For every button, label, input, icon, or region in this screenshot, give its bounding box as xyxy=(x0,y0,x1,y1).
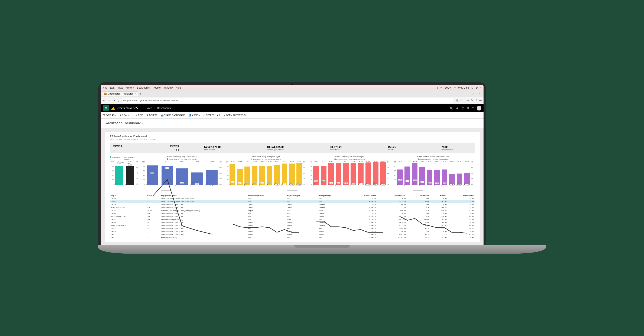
browser-tab[interactable]: Dashboards: Realization × xyxy=(102,91,138,96)
slider-handle-left[interactable] xyxy=(113,149,115,151)
date-slider[interactable] xyxy=(113,149,179,151)
collections-icon[interactable]: ≡ xyxy=(467,99,469,102)
save-as-button[interactable]: 🖫 SAVE AS ▾ xyxy=(103,114,116,116)
column-header[interactable]: Responsible Partner xyxy=(247,194,286,197)
kpi-label: Total Hours xyxy=(330,149,342,151)
chart-card[interactable]: Realization % by Responsible PartnerReal… xyxy=(392,155,474,189)
mac-menu-item[interactable]: Bookmarks xyxy=(137,86,150,89)
table-row[interactable]: PALMJ6184211700166Tax Compliance (12/31/… xyxy=(110,215,474,218)
window-minimize-icon[interactable]: — xyxy=(466,92,471,96)
open-powerbi-button[interactable]: ↗ OPEN IN POWER BI xyxy=(224,114,246,116)
table-row[interactable]: MAKAT470921170025Tax Compliance (12/31/2… xyxy=(110,224,474,227)
chart-card[interactable]: Realization % by Eng. Service LineRealiz… xyxy=(141,155,223,189)
column-header[interactable]: Amount @ Std. xyxy=(377,194,406,197)
search-icon[interactable]: 🔍 xyxy=(450,107,453,110)
table-row[interactable]: 100821AReview (12/31/2018)JohnJohnJohn13… xyxy=(110,236,474,239)
dynamics-topbar: ⊞ PracticePro 365 ⌄ Sales ⌄ Dashboards ›… xyxy=(101,104,484,112)
report-title: TSSuiteRealizationDashboard xyxy=(110,135,474,138)
column-header[interactable]: Eng. # xyxy=(110,194,146,197)
airplay-icon[interactable]: ⎚ xyxy=(437,86,438,89)
chart-title: Realization % by Eng. Service Line xyxy=(141,155,223,158)
mac-menu-item[interactable]: Window xyxy=(164,86,173,89)
edit-button[interactable]: ✎ EDIT xyxy=(136,114,143,116)
chart-card[interactable]: Realization % by Billing ManagerRealizat… xyxy=(224,155,307,189)
url-input[interactable]: templeton.crm.dynamics.com/main.aspx#939… xyxy=(121,98,453,103)
task-icon[interactable]: ⊕ xyxy=(456,107,458,110)
column-header[interactable]: Realization % xyxy=(448,194,474,197)
table-row[interactable]: 1005707Tax Compliance (12/31/2017)EmmaEm… xyxy=(110,230,474,233)
table-row[interactable]: 1002361Audit – Employee Benefit Plan (12… xyxy=(110,197,474,200)
refresh-button[interactable]: ⟳ REFRESH ALL xyxy=(204,114,220,116)
settings-icon[interactable]: ⚙ xyxy=(467,107,469,110)
kpi-strip: 2/1/2018 9/1/2019 14,527,170.86Billed Am… xyxy=(110,143,474,153)
mac-menu-item[interactable]: People xyxy=(152,86,160,89)
mac-menu-item[interactable]: History xyxy=(126,86,134,89)
brand-logo[interactable]: PracticePro 365 ⌄ xyxy=(112,106,140,110)
area-selector[interactable]: Sales ⌄ xyxy=(146,107,154,110)
data-table[interactable]: Eng. #ClientEngagement NameResponsible P… xyxy=(110,194,474,239)
menu-icon[interactable]: ≡ xyxy=(480,86,482,89)
report-subtitle: REALIZATION • REFRESHED: 9/24/2019 3:24:… xyxy=(110,138,474,141)
back-icon[interactable]: ← xyxy=(102,99,106,102)
share-button[interactable]: 👥 SHARE DASHBOARD xyxy=(161,114,186,116)
close-tab-icon[interactable]: × xyxy=(135,92,136,95)
table-row[interactable]: 10181325Tax Compliance (12/31/2018)WaltW… xyxy=(110,227,474,230)
user-avatar[interactable] xyxy=(477,106,482,110)
window-maximize-icon[interactable]: ☐ xyxy=(472,92,477,96)
chart-card[interactable]: Realization % by Project ManagerRealizat… xyxy=(308,155,391,189)
column-header[interactable]: Project Manager xyxy=(286,194,318,197)
mac-menu-item[interactable]: File xyxy=(103,86,107,89)
home-icon[interactable]: ⌂ xyxy=(118,99,119,102)
kpi-label: Rate/Hr. xyxy=(388,149,396,151)
assign-button[interactable]: 👤 ASSIGN xyxy=(189,114,200,116)
table-row[interactable]: PITNE2897211700110Tax Compliance (12/31/… xyxy=(110,206,474,209)
more-icon[interactable]: ⋯ xyxy=(479,99,482,102)
table-row[interactable]: 100458165Tax Compliance (12/31/2017)Juan… xyxy=(110,212,474,215)
breadcrumb-item[interactable]: Dashboards › xyxy=(157,107,172,110)
chart-legend: Realization %— Total Final Billings xyxy=(392,158,474,160)
column-header[interactable]: Client xyxy=(146,194,160,197)
scroll-indicator xyxy=(413,190,424,191)
share-icon[interactable]: ⤴ xyxy=(476,99,477,102)
new-button[interactable]: ✚ NEW ▾ xyxy=(120,114,129,116)
column-header[interactable]: Rate/Hr. xyxy=(430,194,448,197)
refresh-icon[interactable]: ⟳ xyxy=(113,99,115,102)
table-row[interactable]: 1001751Tax Compliance (12/31/2017)EmmaEm… xyxy=(110,203,474,206)
mac-menu-item[interactable]: Help xyxy=(176,86,181,89)
mac-menu-item[interactable]: Edit xyxy=(110,86,114,89)
notes-icon[interactable]: ✎ xyxy=(471,99,473,102)
spotlight-icon[interactable]: ⊚ xyxy=(476,86,478,89)
wifi-icon[interactable]: ᯤ xyxy=(440,86,443,89)
page-title[interactable]: Realization Dashboard ▾ xyxy=(101,119,484,128)
table-row[interactable]: 1010331Audit – Employee Benefit Plan (12… xyxy=(110,200,474,203)
command-bar: 🖫 SAVE AS ▾ ✚ NEW ▾ ✎ EDIT 🗑 DELETE 👥 SH… xyxy=(101,112,484,119)
table-row[interactable]: 10133415700Retainer – Bookkeeping-Family… xyxy=(110,209,474,212)
date-from: 2/1/2018 xyxy=(113,145,122,147)
reader-icon[interactable]: ▤ xyxy=(456,99,458,102)
slider-handle-right[interactable] xyxy=(176,149,179,151)
chart-title: Realization % by Responsible Partner xyxy=(392,155,474,158)
chart-card[interactable]: Realization %— Total Final Billings10080… xyxy=(110,155,140,189)
filter-icon[interactable]: ▽ xyxy=(462,107,464,110)
favorite-icon[interactable]: ☆ xyxy=(460,99,463,102)
help-icon[interactable]: ? xyxy=(472,107,474,110)
app-launcher-icon[interactable]: ⊞ xyxy=(103,105,109,111)
column-header[interactable]: Total Hours xyxy=(406,194,430,197)
kpi-card: 93,270.25Total Hours xyxy=(330,145,342,151)
favicon-icon xyxy=(104,93,106,95)
delete-button[interactable]: 🗑 DELETE xyxy=(146,114,158,116)
column-header[interactable]: Billed Amount xyxy=(348,194,376,197)
scroll-indicator xyxy=(161,190,172,191)
table-row[interactable]: 100222200Stub Year Audit (12/31/2018)Joh… xyxy=(110,218,474,221)
window-close-icon[interactable]: × xyxy=(478,92,482,96)
column-header[interactable]: Billing Manager xyxy=(318,194,348,197)
column-header[interactable]: Engagement Name xyxy=(160,194,247,197)
table-row[interactable]: 10045925Tax Compliance (12/31/2017)EmmaE… xyxy=(110,221,474,224)
new-tab-button[interactable]: + xyxy=(140,92,141,95)
kpi-label: Amount @ Standard xyxy=(267,149,284,151)
chart-title: Realization % by Project Manager xyxy=(308,155,391,158)
kpi-card: 14,527,170.86Billed Amount xyxy=(204,145,222,151)
forward-icon[interactable]: → xyxy=(108,99,110,102)
table-row[interactable]: 1008377Tax Compliance (12/31/2017)EmmaEm… xyxy=(110,233,474,236)
mac-menu-item[interactable]: View xyxy=(118,86,123,89)
